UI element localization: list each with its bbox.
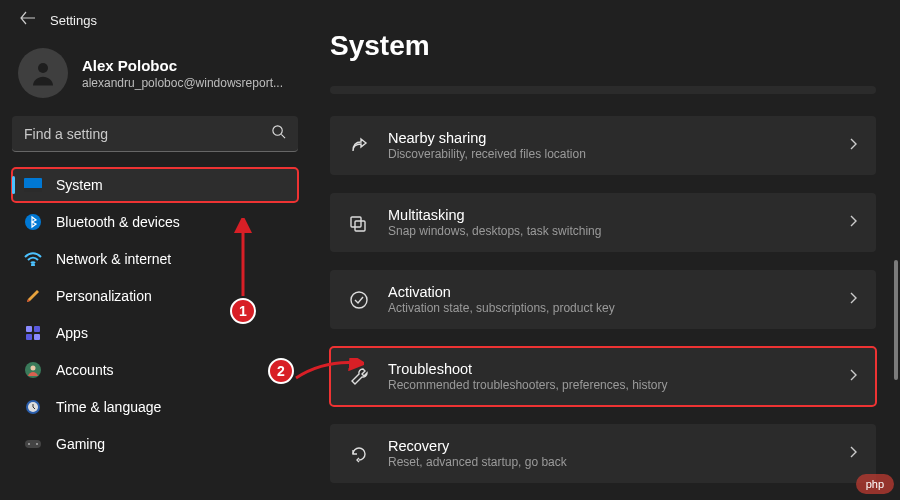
svg-rect-7	[34, 326, 40, 332]
window-title: Settings	[50, 13, 97, 28]
svg-point-19	[351, 292, 367, 308]
sidebar-item-label: Network & internet	[56, 251, 171, 267]
settings-item-partial[interactable]	[330, 86, 876, 94]
bluetooth-icon	[24, 213, 42, 231]
sidebar-item-gaming[interactable]: Gaming	[12, 427, 298, 461]
sidebar-item-personalization[interactable]: Personalization	[12, 279, 298, 313]
setting-multitasking[interactable]: Multitasking Snap windows, desktops, tas…	[330, 193, 876, 252]
sidebar-item-apps[interactable]: Apps	[12, 316, 298, 350]
sidebar-item-label: Time & language	[56, 399, 161, 415]
svg-rect-3	[24, 188, 42, 192]
sidebar-item-label: Apps	[56, 325, 88, 341]
chevron-right-icon	[848, 137, 858, 155]
sidebar-item-network[interactable]: Network & internet	[12, 242, 298, 276]
chevron-right-icon	[848, 445, 858, 463]
wrench-icon	[348, 366, 370, 388]
check-icon	[348, 289, 370, 311]
scrollbar-thumb[interactable]	[894, 260, 898, 380]
sidebar-item-bluetooth[interactable]: Bluetooth & devices	[12, 205, 298, 239]
svg-point-0	[38, 63, 48, 73]
watermark: php	[856, 474, 894, 494]
svg-point-5	[32, 264, 34, 266]
wifi-icon	[24, 250, 42, 268]
search-box[interactable]	[12, 116, 298, 152]
chevron-right-icon	[848, 214, 858, 232]
back-icon[interactable]	[20, 10, 36, 30]
svg-point-1	[273, 126, 282, 135]
sidebar-item-label: System	[56, 177, 103, 193]
setting-title: Activation	[388, 284, 830, 300]
sidebar-nav: System Bluetooth & devices Network & int…	[12, 168, 298, 461]
svg-rect-9	[34, 334, 40, 340]
svg-point-16	[36, 443, 38, 445]
setting-nearby-sharing[interactable]: Nearby sharing Discoverability, received…	[330, 116, 876, 175]
sidebar-item-system[interactable]: System	[12, 168, 298, 202]
recovery-icon	[348, 443, 370, 465]
setting-title: Recovery	[388, 438, 830, 454]
monitor-icon	[24, 176, 42, 194]
windows-icon	[348, 212, 370, 234]
chevron-right-icon	[848, 291, 858, 309]
person-icon	[24, 361, 42, 379]
svg-rect-6	[26, 326, 32, 332]
setting-desc: Snap windows, desktops, task switching	[388, 224, 830, 238]
search-input[interactable]	[24, 126, 271, 142]
gamepad-icon	[24, 435, 42, 453]
svg-point-15	[28, 443, 30, 445]
svg-rect-14	[25, 440, 41, 448]
search-icon	[271, 124, 286, 143]
setting-desc: Discoverability, received files location	[388, 147, 830, 161]
profile-name: Alex Poloboc	[82, 57, 283, 74]
svg-rect-8	[26, 334, 32, 340]
setting-desc: Recommended troubleshooters, preferences…	[388, 378, 830, 392]
svg-rect-18	[355, 221, 365, 231]
svg-rect-17	[351, 217, 361, 227]
setting-desc: Activation state, subscriptions, product…	[388, 301, 830, 315]
sidebar-item-label: Bluetooth & devices	[56, 214, 180, 230]
clock-icon	[24, 398, 42, 416]
sidebar-item-label: Accounts	[56, 362, 114, 378]
share-icon	[348, 135, 370, 157]
sidebar-item-label: Personalization	[56, 288, 152, 304]
sidebar-item-time[interactable]: Time & language	[12, 390, 298, 424]
svg-point-11	[31, 366, 36, 371]
setting-title: Troubleshoot	[388, 361, 830, 377]
brush-icon	[24, 287, 42, 305]
sidebar-item-label: Gaming	[56, 436, 105, 452]
setting-title: Multitasking	[388, 207, 830, 223]
setting-recovery[interactable]: Recovery Reset, advanced startup, go bac…	[330, 424, 876, 483]
sidebar-item-accounts[interactable]: Accounts	[12, 353, 298, 387]
apps-icon	[24, 324, 42, 342]
setting-desc: Reset, advanced startup, go back	[388, 455, 830, 469]
setting-title: Nearby sharing	[388, 130, 830, 146]
profile-email: alexandru_poloboc@windowsreport...	[82, 76, 283, 90]
profile-block[interactable]: Alex Poloboc alexandru_poloboc@windowsre…	[12, 44, 298, 116]
page-title: System	[330, 30, 876, 62]
chevron-right-icon	[848, 368, 858, 386]
setting-troubleshoot[interactable]: Troubleshoot Recommended troubleshooters…	[330, 347, 876, 406]
setting-activation[interactable]: Activation Activation state, subscriptio…	[330, 270, 876, 329]
avatar	[18, 48, 68, 98]
